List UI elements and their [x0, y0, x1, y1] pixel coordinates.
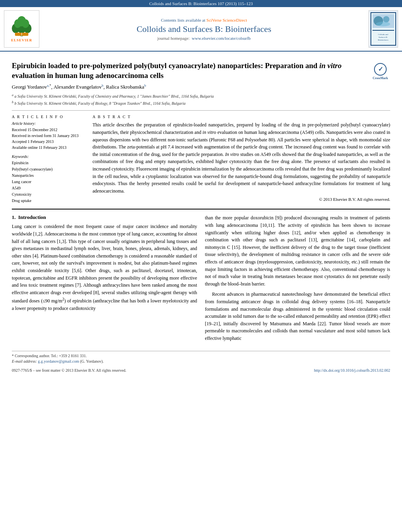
article-history-section: Article history: Received 15 December 20…	[12, 121, 85, 150]
history-heading: Article history:	[12, 121, 85, 126]
keywords-section: Keywords: Epirubicin Poly(butyl cyanoacr…	[12, 154, 85, 204]
affiliations: a a Sofia University St. Kliment Ohridsk…	[12, 93, 390, 107]
divider-thick	[12, 209, 390, 209]
article-info-label: A R T I C L E I N F O	[12, 115, 85, 119]
elsevier-logo: ELSEVIER	[4, 10, 39, 48]
journal-header: ELSEVIER Contents lists available at Sci…	[0, 7, 402, 52]
bottom-info: 0927-7765/$ – see front matter © 2013 El…	[12, 368, 390, 373]
svg-text:Colloids and: Colloids and	[378, 33, 388, 35]
divider-1	[12, 110, 390, 111]
email-label: E-mail address:	[12, 359, 37, 363]
body-left-text: Lung cancer is considered the most frequ…	[12, 223, 197, 312]
top-bar: Colloids and Surfaces B: Biointerfaces 1…	[0, 0, 402, 7]
abstract-label: A B S T R A C T	[93, 115, 390, 119]
author-email[interactable]: g.g.yordanov@gmail.com	[38, 359, 79, 363]
footer: * Corresponding author. Tel.: +359 2 816…	[12, 351, 390, 373]
info-abstract-section: A R T I C L E I N F O Article history: R…	[12, 115, 390, 204]
footer-corresponding-note: * Corresponding author. Tel.: +359 2 816…	[12, 353, 390, 364]
sciverse-link: Contents lists available at SciVerse Sci…	[161, 18, 247, 22]
crossmark-icon: ✓	[374, 63, 387, 76]
svg-point-13	[383, 16, 389, 22]
footnote-star: * Corresponding author. Tel.: +359 2 816…	[12, 354, 87, 358]
revised-date: Received in revised form 31 January 2013	[12, 133, 85, 139]
body-right-column: than the more popular doxorubicin [9]) p…	[205, 214, 391, 345]
svg-rect-15	[372, 30, 394, 31]
keyword-6: Cytotoxicity	[12, 191, 85, 198]
page: Colloids and Surfaces B: Biointerfaces 1…	[0, 0, 402, 532]
affiliation-a: a a Sofia University St. Kliment Ohridsk…	[12, 93, 390, 99]
keyword-1: Epirubicin	[12, 160, 85, 166]
journal-cover-image: Colloids and Surfaces B: Biointerfaces	[371, 12, 396, 46]
body-para-1: Lung cancer is considered the most frequ…	[12, 223, 197, 312]
available-date: Available online 11 February 2013	[12, 145, 85, 150]
journal-center-info: Contents lists available at SciVerse Sci…	[43, 10, 365, 48]
keywords-heading: Keywords:	[12, 154, 85, 159]
affiliation-b: b b Sofia University St. Kliment Ohridsk…	[12, 100, 390, 106]
body-right-text: than the more popular doxorubicin [9]) p…	[205, 214, 391, 342]
authors: Georgi Yordanova,*, Alexander Evangelato…	[12, 83, 390, 90]
author-3-affil: b	[144, 83, 146, 87]
received-date: Received 15 December 2012	[12, 127, 85, 133]
author-1: Georgi Yordanov	[12, 84, 47, 90]
keyword-2: Poly(butyl cyanoacrylate)	[12, 166, 85, 172]
crossmark-badge[interactable]: ✓ CrossMark	[371, 63, 390, 80]
abstract-column: A B S T R A C T This article describes t…	[93, 115, 390, 204]
sciverse-name[interactable]: SciVerse ScienceDirect	[206, 18, 247, 22]
svg-text:Surfaces B:: Surfaces B:	[378, 36, 387, 38]
keyword-3: Nanoparticles	[12, 172, 85, 179]
author-email-name: (G. Yordanov).	[80, 359, 104, 363]
keyword-4: Lung cancer	[12, 179, 85, 185]
author-2-affil: b	[102, 83, 104, 87]
issn-info: 0927-7765/$ – see front matter © 2013 El…	[12, 368, 126, 373]
journal-thumbnail: Colloids and Surfaces B: Biointerfaces	[369, 10, 398, 48]
journal-title-header: Colloids and Surfaces B: Biointerfaces	[137, 24, 271, 34]
accepted-date: Accepted 1 February 2013	[12, 139, 85, 145]
doi-link[interactable]: http://dx.doi.org/10.1016/j.colsurfb.201…	[314, 368, 390, 373]
crossmark-label: CrossMark	[373, 76, 388, 80]
svg-point-6	[17, 16, 26, 26]
copyright-notice: © 2013 Elsevier B.V. All rights reserved…	[93, 197, 390, 202]
article-title-area: Epirubicin loaded to pre-polymerized pol…	[12, 61, 390, 80]
body-para-3: Recent advances in pharmaceutical nanote…	[205, 291, 391, 342]
svg-point-14	[376, 22, 390, 26]
author-2: Alexander Evangelatov	[54, 84, 102, 90]
elsevier-text: ELSEVIER	[11, 38, 32, 42]
body-para-2: than the more popular doxorubicin [9]) p…	[205, 214, 391, 287]
article-title: Epirubicin loaded to pre-polymerized pol…	[12, 61, 371, 80]
body-left-column: 1. Introduction Lung cancer is considere…	[12, 214, 197, 345]
keyword-7: Drug uptake	[12, 198, 85, 204]
homepage-label: journal homepage:	[157, 36, 189, 41]
abstract-text: This article describes the preparation o…	[93, 121, 390, 195]
elsevier-tree-icon	[8, 16, 35, 37]
section-1-heading: 1. Introduction	[12, 214, 197, 221]
homepage-url[interactable]: www.elsevier.com/locate/colsurfb	[192, 36, 251, 41]
article-info-column: A R T I C L E I N F O Article history: R…	[12, 115, 85, 204]
journal-citation: Colloids and Surfaces B: Biointerfaces 1…	[149, 1, 253, 6]
body-content: 1. Introduction Lung cancer is considere…	[12, 214, 390, 345]
svg-text:Biointerfaces: Biointerfaces	[378, 39, 389, 41]
author-3: Ralica Skrobanska	[106, 84, 144, 90]
keyword-5: A549	[12, 185, 85, 191]
journal-homepage: journal homepage: www.elsevier.com/locat…	[157, 36, 250, 41]
main-content: Epirubicin loaded to pre-polymerized pol…	[0, 52, 402, 376]
